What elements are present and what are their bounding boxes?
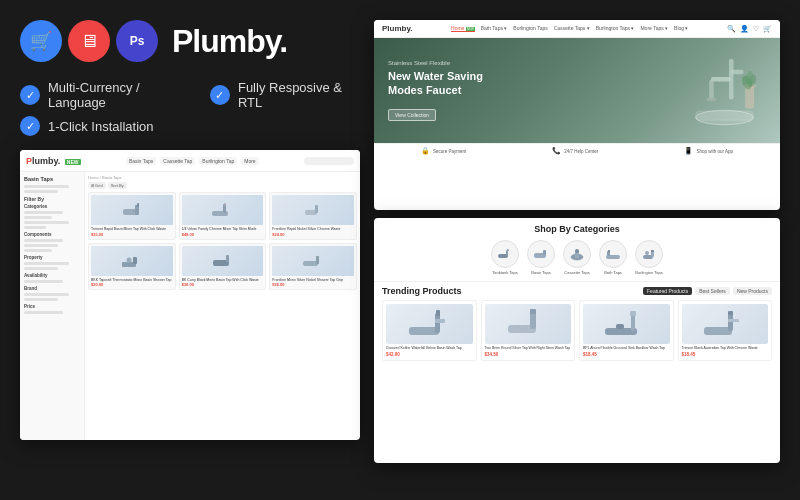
sp-sidebar-line bbox=[24, 239, 63, 242]
svg-rect-37 bbox=[608, 250, 610, 252]
sp-product-image bbox=[272, 246, 354, 276]
sp-nav-more[interactable]: More bbox=[241, 157, 258, 165]
sp-product-name: Trimont Rapid Basin Mixer Tap With Click… bbox=[91, 227, 173, 232]
svg-rect-55 bbox=[728, 311, 733, 315]
svg-rect-52 bbox=[616, 324, 624, 329]
ss-nav-burlington2[interactable]: Burlington Taps ▾ bbox=[596, 25, 635, 32]
sp-sidebar-line bbox=[24, 244, 58, 247]
check-icon-3: ✓ bbox=[20, 116, 40, 136]
payment-icon: 🔒 bbox=[421, 147, 430, 155]
svg-rect-21 bbox=[731, 70, 744, 75]
ss-tab-new[interactable]: New Products bbox=[733, 287, 772, 295]
ss-nav: Home NEW Bath Taps ▾ Burlington Taps Cas… bbox=[451, 25, 688, 32]
svg-rect-29 bbox=[507, 249, 509, 251]
ss-nav-cassette[interactable]: Cassette Taps ▾ bbox=[554, 25, 590, 32]
sp-product-image bbox=[91, 195, 173, 225]
ss-cat-bath-label: Bath Taps bbox=[604, 270, 622, 275]
sp-product-card: BKK Tapcraft Thermostatic Mono Basin Sho… bbox=[88, 243, 176, 291]
sp-sidebar-line bbox=[24, 211, 63, 214]
sp-sort-btn[interactable]: Sort By bbox=[108, 182, 127, 189]
svg-rect-7 bbox=[315, 205, 318, 213]
ss-tab-featured[interactable]: Featured Products bbox=[643, 287, 692, 295]
wishlist-icon[interactable]: ♡ bbox=[753, 25, 759, 33]
ss-cat-bath[interactable]: Bath Taps bbox=[599, 240, 627, 275]
ss-hero-text: Stainless Steel Flexible New Water Savin… bbox=[388, 60, 483, 122]
sp-sidebar-line bbox=[24, 221, 69, 224]
ss-cat-cassette[interactable]: Cassette Taps bbox=[563, 240, 591, 275]
svg-rect-19 bbox=[709, 80, 714, 100]
sp-sidebar-line bbox=[24, 249, 52, 252]
svg-point-41 bbox=[645, 251, 649, 255]
ss-header-icons: 🔍 👤 ♡ 🛒 bbox=[727, 25, 772, 33]
svg-rect-9 bbox=[133, 257, 137, 264]
sp-sidebar-line bbox=[24, 267, 58, 270]
ss-nav-blog[interactable]: Blog ▾ bbox=[674, 25, 688, 32]
ss-nav-bath[interactable]: Bath Taps ▾ bbox=[481, 25, 508, 32]
user-icon[interactable]: 👤 bbox=[740, 25, 749, 33]
sp-nav: Basin Taps Cassette Tap Burlington Tap M… bbox=[126, 157, 259, 165]
brand-name: Plumby. bbox=[172, 23, 287, 60]
features-list: ✓ Multi-Currency / Language ✓ Fully Resp… bbox=[20, 80, 360, 136]
ss-feature-payment: 🔒 Secure Payment bbox=[421, 147, 466, 155]
ss-product-price: $18.45 bbox=[682, 352, 769, 357]
ss-trending-header: Trending Products Featured Products Best… bbox=[382, 286, 772, 296]
ss-cat-sanitank[interactable]: Tanktank Taps bbox=[491, 240, 519, 275]
sp-product-card: Trimont Rapid Basin Mixer Tap With Click… bbox=[88, 192, 176, 240]
sp-header: Plumby. NEW Basin Taps Cassette Tap Burl… bbox=[20, 150, 360, 172]
sp-sidebar-line bbox=[24, 185, 69, 188]
ss-cat-cassette-icon bbox=[563, 240, 591, 268]
svg-rect-53 bbox=[704, 327, 732, 335]
sp-search-bar[interactable] bbox=[304, 157, 354, 165]
sp-sidebar: Basin Taps Filter By Categories Componen… bbox=[20, 172, 85, 440]
ss-feature-app: 📱 Shop with our App bbox=[684, 147, 733, 155]
sp-sidebar-line bbox=[24, 216, 52, 219]
ss-cat-burlington[interactable]: Burlington Taps bbox=[635, 240, 663, 275]
ss-product-price: $18.45 bbox=[583, 352, 670, 357]
sp-nav-basin[interactable]: Basin Taps bbox=[126, 157, 156, 165]
sp-breadcrumb: Home / Basin Taps bbox=[88, 175, 357, 180]
ss-nav-home[interactable]: Home NEW bbox=[451, 25, 475, 32]
ss-header: Plumby. Home NEW Bath Taps ▾ Burlington … bbox=[374, 20, 780, 38]
cart-header-icon[interactable]: 🛒 bbox=[763, 25, 772, 33]
ss-product-name: BPL Ahura Flexible Grooved Sink Backbar … bbox=[583, 346, 670, 351]
sp-products-grid: Trimont Rapid Basin Mixer Tap With Click… bbox=[88, 192, 357, 290]
sp-nav-cassette[interactable]: Cassette Tap bbox=[160, 157, 195, 165]
sp-nav-burlington[interactable]: Burlington Tap bbox=[199, 157, 237, 165]
sp-product-price: $25.00 bbox=[91, 232, 173, 237]
svg-rect-42 bbox=[409, 327, 439, 335]
sp-filter-btn[interactable]: ⊞ Grid bbox=[88, 182, 106, 189]
sp-logo: Plumby. NEW bbox=[26, 156, 81, 166]
ss-cat-basin-icon bbox=[527, 240, 555, 268]
search-icon[interactable]: 🔍 bbox=[727, 25, 736, 33]
ss-categories-row: Tanktank Taps Basin Taps Cassette Taps bbox=[382, 240, 772, 275]
feature-multi-currency: ✓ Multi-Currency / Language bbox=[20, 80, 190, 110]
sp-filter-bar: ⊞ Grid Sort By bbox=[88, 182, 357, 189]
ss-product-price: $42.00 bbox=[386, 352, 473, 357]
sp-product-name: 1/4 Urban Family Chrome Mixer Tap Shim M… bbox=[182, 227, 264, 232]
right-panel: Plumby. Home NEW Bath Taps ▾ Burlington … bbox=[374, 20, 780, 480]
sp-product-price: $24.00 bbox=[272, 232, 354, 237]
sp-sidebar-line bbox=[24, 190, 58, 193]
svg-point-10 bbox=[126, 257, 131, 262]
svg-rect-0 bbox=[123, 209, 137, 215]
ss-trending-tabs: Featured Products Best Sellers New Produ… bbox=[643, 287, 772, 295]
ss-nav-more[interactable]: More Taps ▾ bbox=[640, 25, 668, 32]
svg-rect-14 bbox=[316, 256, 319, 264]
ss-product-card: Grooved Kohler Waterfall Below Basin Was… bbox=[382, 300, 477, 361]
features-inline-row: ✓ Multi-Currency / Language ✓ Fully Resp… bbox=[20, 80, 360, 110]
ss-categories-title: Shop By Categories bbox=[382, 224, 772, 234]
sp-body: Basin Taps Filter By Categories Componen… bbox=[20, 172, 360, 440]
ss-cat-cassette-label: Cassette Taps bbox=[564, 270, 589, 275]
sp-product-card: Frontline Mono Silver Nickel Shower Tap … bbox=[269, 243, 357, 291]
ss-view-collection-button[interactable]: View Collection bbox=[388, 109, 436, 121]
ss-nav-burlington[interactable]: Burlington Taps bbox=[513, 25, 547, 32]
sp-product-card: Frontline Rapid Nickel Silver Chrome Was… bbox=[269, 192, 357, 240]
brand-icons-group: 🛒 🖥 Ps bbox=[20, 20, 158, 62]
ss-product-name: Two Brine Round Silver Tap With Right St… bbox=[485, 346, 572, 351]
ss-cat-basin[interactable]: Basin Taps bbox=[527, 240, 555, 275]
sp-product-price: $49.00 bbox=[182, 232, 264, 237]
svg-rect-31 bbox=[543, 250, 546, 255]
sp-product-image bbox=[91, 246, 173, 276]
ss-tab-bestsellers[interactable]: Best Sellers bbox=[695, 287, 730, 295]
sp-product-image bbox=[182, 195, 264, 225]
